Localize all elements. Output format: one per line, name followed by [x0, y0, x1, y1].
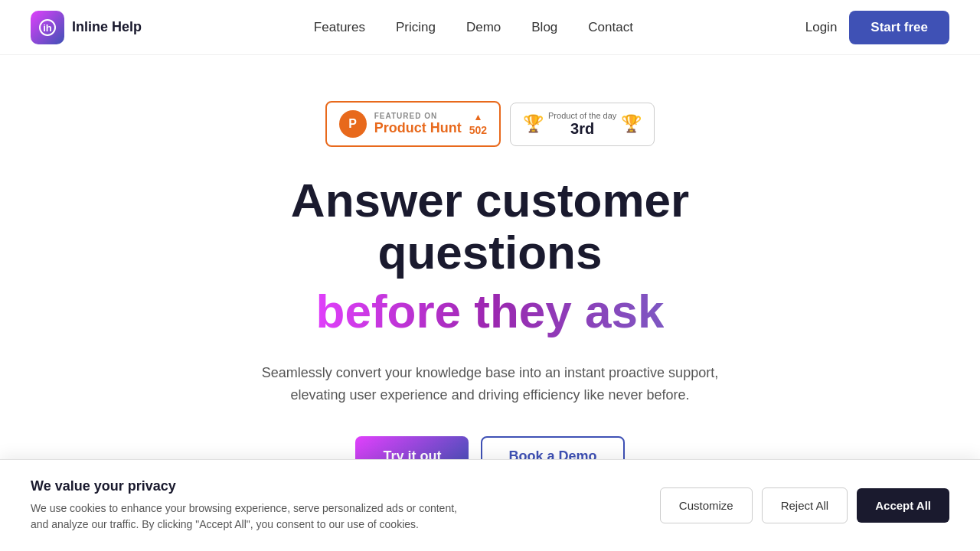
- nav-features[interactable]: Features: [314, 20, 365, 34]
- pod-label: Product of the day: [548, 111, 616, 120]
- cookie-text-block: We value your privacy We use cookies to …: [31, 478, 475, 533]
- nav-contact[interactable]: Contact: [588, 20, 633, 34]
- navbar: ih Inline Help Features Pricing Demo Blo…: [0, 0, 980, 55]
- logo[interactable]: ih Inline Help: [31, 11, 142, 44]
- nav-pricing[interactable]: Pricing: [396, 20, 436, 34]
- nav-blog[interactable]: Blog: [531, 20, 557, 34]
- product-of-day-badge[interactable]: 🏆 Product of the day 3rd 🏆: [510, 103, 655, 146]
- badges-row: P FEATURED ON Product Hunt ▲ 502 🏆 Produ…: [325, 101, 655, 147]
- nav-actions: Login Start free: [805, 11, 949, 44]
- nav-demo[interactable]: Demo: [466, 20, 501, 34]
- cookie-title: We value your privacy: [31, 478, 475, 494]
- cookie-buttons: Customize Reject All Accept All: [660, 487, 949, 523]
- reject-all-button[interactable]: Reject All: [762, 487, 848, 523]
- hero-subheadline: Seamlessly convert your knowledge base i…: [245, 362, 735, 406]
- login-button[interactable]: Login: [805, 20, 838, 35]
- ph-featured-label: FEATURED ON: [374, 112, 437, 120]
- customize-button[interactable]: Customize: [660, 487, 753, 523]
- ph-arrow-icon: ▲: [473, 112, 482, 122]
- cookie-banner: We value your privacy We use cookies to …: [0, 459, 980, 551]
- laurel-left-icon: 🏆: [523, 114, 544, 134]
- nav-links: Features Pricing Demo Blog Contact: [314, 20, 633, 35]
- hero-headline-line2: before they ask: [316, 283, 665, 340]
- start-free-button[interactable]: Start free: [849, 11, 949, 44]
- accept-all-button[interactable]: Accept All: [857, 488, 949, 523]
- hero-headline-line1: Answer customer questions: [176, 174, 804, 279]
- svg-text:ih: ih: [43, 22, 52, 34]
- ph-text: FEATURED ON Product Hunt: [374, 112, 462, 136]
- ph-count-value: 502: [469, 124, 487, 136]
- ph-icon: P: [339, 110, 367, 138]
- pod-rank: 3rd: [570, 120, 594, 138]
- ph-title: Product Hunt: [374, 120, 462, 136]
- laurel-right-icon: 🏆: [621, 114, 642, 134]
- logo-text: Inline Help: [72, 19, 142, 35]
- ph-count: ▲ 502: [469, 112, 487, 136]
- cookie-body: We use cookies to enhance your browsing …: [31, 500, 475, 533]
- producthunt-badge[interactable]: P FEATURED ON Product Hunt ▲ 502: [325, 101, 501, 147]
- pod-text: Product of the day 3rd: [548, 111, 616, 138]
- logo-icon: ih: [31, 11, 64, 44]
